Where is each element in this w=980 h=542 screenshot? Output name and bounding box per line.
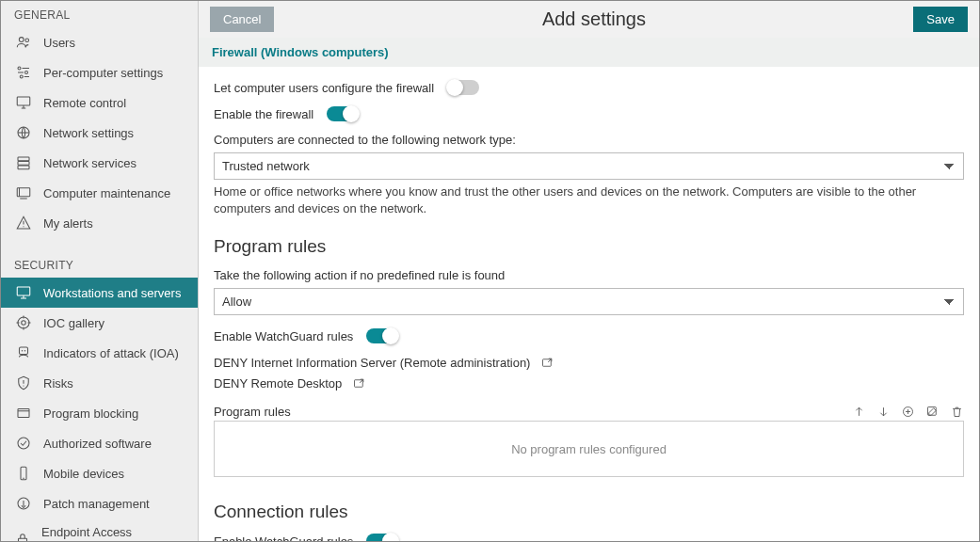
svg-point-1 — [25, 39, 29, 42]
sidebar-item-ioa[interactable]: Indicators of attack (IOA) — [1, 338, 198, 368]
sidebar-item-label: Remote control — [43, 96, 126, 110]
program-rules-actions — [851, 404, 964, 419]
connection-rules-title: Connection rules — [214, 502, 964, 522]
svg-rect-41 — [19, 538, 27, 541]
program-rules-empty: No program rules configured — [511, 442, 667, 456]
sidebar-item-endpoint-access[interactable]: Endpoint Access Enforcement — [1, 518, 198, 541]
edit-icon[interactable] — [924, 404, 940, 419]
sidebar-item-label: IOC gallery — [43, 316, 104, 330]
sidebar-item-risks[interactable]: Risks — [1, 368, 198, 398]
svg-rect-30 — [20, 347, 28, 355]
check-circle-icon — [14, 435, 33, 452]
sidebar-item-users[interactable]: Users — [1, 27, 198, 57]
monitor-icon — [14, 284, 33, 301]
move-up-icon[interactable] — [851, 404, 866, 419]
sidebar-item-maintenance[interactable]: Computer maintenance — [1, 178, 198, 208]
page-title: Add settings — [542, 8, 646, 30]
svg-point-32 — [24, 350, 26, 352]
maintenance-icon — [14, 184, 33, 201]
mobile-icon — [14, 465, 33, 482]
section-band-firewall: Firewall (Windows computers) — [199, 38, 979, 67]
network-type-help: Home or office networks where you know a… — [214, 183, 964, 217]
svg-point-31 — [22, 350, 24, 352]
lock-icon — [14, 531, 31, 541]
svg-point-37 — [18, 438, 29, 449]
network-type-select[interactable]: Trusted network — [214, 152, 964, 180]
move-down-icon[interactable] — [876, 404, 891, 419]
sidebar-item-patch[interactable]: Patch management — [1, 488, 198, 518]
delete-icon[interactable] — [949, 404, 964, 419]
sidebar-item-label: My alerts — [43, 216, 93, 231]
sidebar-item-alerts[interactable]: My alerts — [1, 208, 198, 238]
topbar: Cancel Add settings Save — [199, 1, 979, 38]
sidebar-item-label: Computer maintenance — [43, 186, 170, 200]
main-panel: Cancel Add settings Save Firewall (Windo… — [199, 1, 979, 541]
program-rules-box-label: Program rules — [214, 405, 291, 419]
enable-firewall-label: Enable the firewall — [214, 107, 313, 121]
program-rules-box: No program rules configured — [214, 421, 964, 477]
add-icon[interactable] — [900, 404, 915, 419]
sidebar-item-remote-control[interactable]: Remote control — [1, 88, 198, 118]
svg-point-25 — [22, 321, 26, 326]
sidebar-item-network-settings[interactable]: Network settings — [1, 118, 198, 148]
content-scroll[interactable]: Let computer users configure the firewal… — [199, 67, 979, 541]
alert-icon — [14, 215, 33, 231]
sidebar-item-label: Authorized software — [43, 437, 152, 451]
svg-rect-15 — [18, 166, 29, 169]
server-icon — [14, 154, 33, 171]
svg-point-2 — [18, 67, 21, 70]
program-rules-title: Program rules — [214, 236, 964, 257]
sidebar-item-label: Network services — [43, 156, 137, 170]
expand-icon[interactable] — [351, 375, 366, 391]
sidebar-item-workstations[interactable]: Workstations and servers — [1, 278, 198, 308]
sidebar-item-authorized[interactable]: Authorized software — [1, 428, 198, 458]
sidebar-item-label: Users — [43, 36, 75, 50]
save-button[interactable]: Save — [913, 7, 968, 32]
sidebar-section-security: SECURITY — [1, 251, 198, 278]
svg-point-4 — [25, 72, 28, 74]
sidebar-item-per-computer[interactable]: Per-computer settings — [1, 57, 198, 88]
globe-icon — [14, 124, 33, 141]
sidebar-item-network-services[interactable]: Network services — [1, 148, 198, 178]
svg-point-20 — [23, 226, 24, 227]
svg-rect-9 — [17, 97, 30, 105]
sidebar-item-label: Network settings — [43, 126, 134, 140]
svg-point-34 — [23, 385, 24, 386]
sidebar-item-mobile[interactable]: Mobile devices — [1, 458, 198, 488]
expand-icon[interactable] — [539, 355, 554, 370]
sidebar-item-label: Mobile devices — [43, 467, 124, 481]
sidebar-item-label: Per-computer settings — [43, 66, 163, 80]
svg-point-24 — [18, 317, 29, 328]
svg-point-0 — [19, 38, 24, 42]
svg-rect-35 — [18, 409, 29, 418]
rule-deny-iis: DENY Internet Information Server (Remote… — [214, 355, 964, 370]
monitor-icon — [14, 94, 33, 111]
sliders-icon — [14, 64, 33, 81]
cancel-button[interactable]: Cancel — [210, 7, 274, 32]
program-rules-action-label: Take the following action if no predefin… — [214, 268, 964, 282]
block-icon — [14, 405, 33, 422]
rule-deny-rdp: DENY Remote Desktop — [214, 375, 964, 391]
sidebar-item-label: Program blocking — [43, 406, 138, 421]
program-rules-wg-label: Enable WatchGuard rules — [214, 329, 353, 343]
toggle-program-wg[interactable] — [366, 328, 398, 343]
sidebar-item-label: Endpoint Access Enforcement — [41, 525, 185, 541]
sidebar-item-ioc[interactable]: IOC gallery — [1, 308, 198, 338]
connection-rules-wg-label: Enable WatchGuard rules — [214, 534, 353, 541]
sidebar-item-label: Indicators of attack (IOA) — [43, 346, 179, 360]
svg-rect-21 — [17, 287, 30, 295]
let-users-label: Let computer users configure the firewal… — [214, 81, 434, 95]
sidebar-item-label: Workstations and servers — [43, 286, 181, 300]
toggle-let-users[interactable] — [447, 80, 479, 95]
svg-rect-14 — [18, 162, 29, 166]
shield-alert-icon — [14, 375, 33, 391]
attacker-icon — [14, 344, 33, 361]
program-rules-action-select[interactable]: Allow — [214, 288, 964, 315]
sidebar: GENERAL Users Per-computer settings Remo… — [1, 1, 199, 541]
toggle-enable-firewall[interactable] — [327, 106, 359, 121]
toggle-connection-wg[interactable] — [366, 534, 398, 541]
users-icon — [14, 34, 33, 51]
sidebar-item-label: Patch management — [43, 497, 150, 511]
sidebar-item-program-blocking[interactable]: Program blocking — [1, 398, 198, 428]
patch-icon — [14, 495, 33, 512]
